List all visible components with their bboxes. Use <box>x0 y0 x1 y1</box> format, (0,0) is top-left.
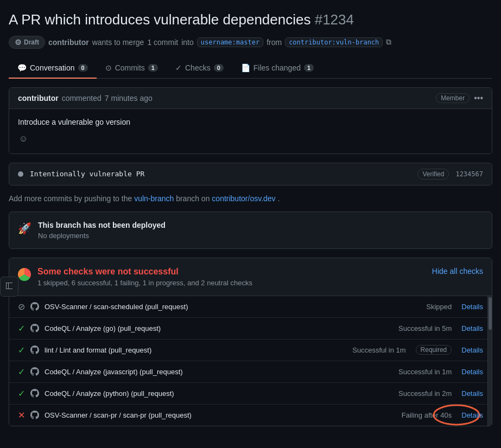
more-options-icon[interactable]: ••• <box>474 93 483 103</box>
checks-container: ⊘ OSV-Scanner / scan-scheduled (pull_req… <box>9 296 492 426</box>
github-icon <box>30 411 39 419</box>
check-details-link[interactable]: Details <box>461 303 483 311</box>
pr-author: contributor <box>48 38 89 47</box>
pr-number: #1234 <box>315 11 354 28</box>
checks-title: Some checks were not successful <box>37 267 252 277</box>
checks-info: Some checks were not successful 1 skippe… <box>37 267 252 287</box>
sidebar-toggle-icon[interactable] <box>0 277 18 297</box>
pr-tabs: 💬 Conversation 0 ⊙ Commits 1 ✓ Checks 0 … <box>9 57 492 79</box>
github-icon <box>30 345 39 354</box>
tab-checks-label: Checks <box>185 63 211 72</box>
comment-body: Introduce a vulnerable go version ☺ <box>9 109 492 153</box>
success-icon: ✓ <box>18 323 25 334</box>
tab-commits-count: 1 <box>148 64 158 72</box>
scroll-thumb <box>489 297 492 330</box>
tab-commits-label: Commits <box>115 63 145 72</box>
hide-checks-link[interactable]: Hide all checks <box>432 267 483 276</box>
scroll-indicator[interactable] <box>487 296 492 426</box>
pr-title: A PR which introduces vulnerable depende… <box>9 11 492 29</box>
check-details-link[interactable]: Details <box>461 346 483 354</box>
check-details-link-fail[interactable]: Details <box>461 411 483 419</box>
push-note-text-before: Add more commits by pushing to the <box>9 194 132 203</box>
tab-files-changed[interactable]: 📄 Files changed 1 <box>232 58 322 79</box>
repo-link[interactable]: contributor/osv.dev <box>212 194 275 203</box>
check-result: Successful in 2m <box>398 389 452 398</box>
comment-box: contributor commented 7 minutes ago Memb… <box>9 87 492 154</box>
check-details-link[interactable]: Details <box>461 368 483 376</box>
success-icon: ✓ <box>18 367 25 377</box>
comment-time: 7 minutes ago <box>105 94 153 103</box>
github-icon <box>30 302 39 311</box>
commit-message: Intentionally vulnerable PR <box>30 170 411 178</box>
checks-list: ⊘ OSV-Scanner / scan-scheduled (pull_req… <box>9 296 492 426</box>
success-icon: ✓ <box>18 345 25 355</box>
github-icon <box>30 389 39 398</box>
tab-files-count: 1 <box>304 64 314 72</box>
check-item: ✓ CodeQL / Analyze (python) (pull_reques… <box>9 383 492 405</box>
push-note-text-middle: branch on <box>176 194 212 203</box>
draft-icon: ⚙ <box>15 38 22 47</box>
required-badge: Required <box>416 345 452 355</box>
fail-icon: ✕ <box>18 410 25 420</box>
files-icon: 📄 <box>241 63 250 72</box>
member-badge: Member <box>436 93 470 103</box>
comment-header-left: contributor commented 7 minutes ago <box>18 94 153 103</box>
deployment-subtitle: No deployments <box>38 232 166 240</box>
check-item: ✓ CodeQL / Analyze (javascript) (pull_re… <box>9 361 492 383</box>
emoji-reaction-button[interactable]: ☺ <box>18 133 29 145</box>
pr-title-text: A PR which introduces vulnerable depende… <box>9 11 310 28</box>
draft-badge: ⚙ Draft <box>9 36 45 49</box>
vuln-branch-link[interactable]: vuln-branch <box>134 194 174 203</box>
check-item: ⊘ OSV-Scanner / scan-scheduled (pull_req… <box>9 296 492 318</box>
draft-label: Draft <box>24 39 39 46</box>
check-details-link[interactable]: Details <box>461 389 483 398</box>
check-item: ✓ lint / Lint and format (pull_request) … <box>9 340 492 361</box>
comment-body-text: Introduce a vulnerable go version <box>18 118 483 126</box>
verified-badge: Verified <box>417 169 449 180</box>
page-container: A PR which introduces vulnerable depende… <box>0 0 501 426</box>
deployment-info: 🚀 This branch has not been deployed No d… <box>9 212 492 249</box>
checks-icon: ✓ <box>175 63 182 72</box>
check-result: Successful in 1m <box>352 346 405 354</box>
success-icon: ✓ <box>18 388 25 399</box>
checks-subtitle: 1 skipped, 6 successful, 1 failing, 1 in… <box>37 279 252 287</box>
tab-conversation-label: Conversation <box>30 63 75 72</box>
check-result: Skipped <box>426 303 452 311</box>
check-name: lint / Lint and format (pull_request) <box>45 346 347 354</box>
pr-into-text: into <box>181 38 194 47</box>
tab-conversation[interactable]: 💬 Conversation 0 <box>9 58 97 79</box>
check-name: CodeQL / Analyze (javascript) (pull_requ… <box>45 368 393 376</box>
push-note: Add more commits by pushing to the vuln-… <box>9 194 492 203</box>
commits-icon: ⊙ <box>105 63 112 72</box>
commit-line: Intentionally vulnerable PR Verified 123… <box>9 163 492 185</box>
comment-action: commented <box>62 94 102 103</box>
check-result: Successful in 5m <box>398 324 452 332</box>
pr-action-text: wants to merge <box>92 38 144 47</box>
base-branch-tag[interactable]: username:master <box>197 37 263 47</box>
commit-dot-icon <box>18 171 23 177</box>
pr-commits-text: 1 commit <box>147 38 178 47</box>
github-icon <box>30 367 39 376</box>
deployment-title: This branch has not been deployed <box>38 221 166 229</box>
comment-header: contributor commented 7 minutes ago Memb… <box>9 88 492 109</box>
check-name: CodeQL / Analyze (go) (pull_request) <box>45 324 393 332</box>
check-name: CodeQL / Analyze (python) (pull_request) <box>45 389 393 398</box>
copy-branch-icon[interactable]: ⧉ <box>386 37 391 47</box>
pr-meta: ⚙ Draft contributor wants to merge 1 com… <box>9 36 492 49</box>
tab-commits[interactable]: ⊙ Commits 1 <box>97 58 167 79</box>
check-result-fail: Failing after 40s <box>402 411 452 419</box>
check-name-fail: OSV-Scanner / scan-pr / scan-pr (pull_re… <box>45 411 396 419</box>
check-details-link[interactable]: Details <box>461 324 483 332</box>
rocket-icon: 🚀 <box>18 222 31 235</box>
tab-checks[interactable]: ✓ Checks 0 <box>167 58 232 79</box>
check-result: Successful in 1m <box>398 368 452 376</box>
conversation-icon: 💬 <box>17 63 27 72</box>
checks-header: Some checks were not successful 1 skippe… <box>9 258 492 296</box>
skip-icon: ⊘ <box>18 302 25 312</box>
tab-checks-count: 0 <box>214 64 224 72</box>
check-item: ✓ CodeQL / Analyze (go) (pull_request) S… <box>9 318 492 340</box>
commit-sha: 1234567 <box>455 170 483 178</box>
head-branch-tag[interactable]: contributor:vuln-branch <box>285 37 383 47</box>
checks-section: Some checks were not successful 1 skippe… <box>9 258 492 426</box>
push-note-text-after: . <box>277 194 280 203</box>
